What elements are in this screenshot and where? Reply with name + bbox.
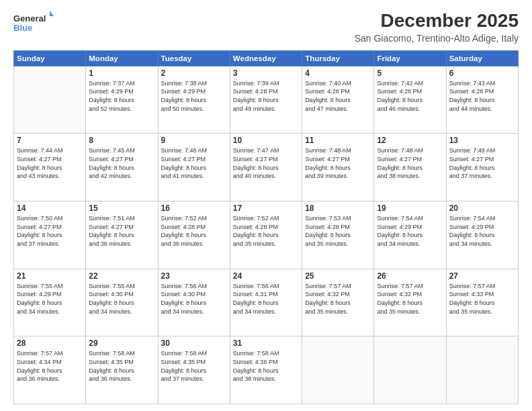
cell-info: Sunrise: 7:54 AM Sunset: 4:29 PM Dayligh…: [377, 214, 443, 248]
cell-info: Sunrise: 7:55 AM Sunset: 4:30 PM Dayligh…: [89, 282, 154, 316]
calendar-cell: 25Sunrise: 7:57 AM Sunset: 4:32 PM Dayli…: [302, 269, 374, 336]
cell-info: Sunrise: 7:57 AM Sunset: 4:32 PM Dayligh…: [377, 282, 443, 316]
cell-info: Sunrise: 7:56 AM Sunset: 4:30 PM Dayligh…: [161, 282, 227, 316]
cell-info: Sunrise: 7:47 AM Sunset: 4:27 PM Dayligh…: [233, 146, 299, 180]
day-number: 8: [89, 136, 154, 145]
day-number: 11: [305, 136, 371, 145]
calendar-cell: 13Sunrise: 7:49 AM Sunset: 4:27 PM Dayli…: [446, 134, 518, 201]
cell-info: Sunrise: 7:48 AM Sunset: 4:27 PM Dayligh…: [377, 146, 443, 180]
calendar-header-row: Sunday Monday Tuesday Wednesday Thursday…: [14, 50, 519, 66]
calendar-cell: 26Sunrise: 7:57 AM Sunset: 4:32 PM Dayli…: [374, 269, 446, 336]
day-number: 23: [161, 271, 227, 281]
calendar-table: Sunday Monday Tuesday Wednesday Thursday…: [13, 50, 519, 404]
calendar-cell: 23Sunrise: 7:56 AM Sunset: 4:30 PM Dayli…: [158, 269, 230, 336]
cell-info: Sunrise: 7:57 AM Sunset: 4:32 PM Dayligh…: [305, 282, 371, 316]
cell-info: Sunrise: 7:55 AM Sunset: 4:29 PM Dayligh…: [17, 282, 83, 316]
calendar-cell: 19Sunrise: 7:54 AM Sunset: 4:29 PM Dayli…: [374, 201, 446, 269]
calendar-cell: 5Sunrise: 7:42 AM Sunset: 4:28 PM Daylig…: [374, 66, 446, 134]
calendar-cell: 14Sunrise: 7:50 AM Sunset: 4:27 PM Dayli…: [14, 201, 86, 269]
day-number: 29: [89, 338, 154, 348]
day-number: 24: [233, 271, 299, 281]
day-number: 9: [161, 136, 227, 145]
cell-info: Sunrise: 7:43 AM Sunset: 4:28 PM Dayligh…: [449, 79, 515, 113]
cell-info: Sunrise: 7:39 AM Sunset: 4:28 PM Dayligh…: [233, 79, 299, 113]
calendar-cell: 8Sunrise: 7:45 AM Sunset: 4:27 PM Daylig…: [86, 134, 158, 201]
logo-svg: General Blue: [13, 11, 54, 38]
day-number: 15: [89, 203, 154, 213]
day-number: 13: [449, 136, 515, 145]
day-number: 1: [89, 68, 154, 78]
calendar-cell: 11Sunrise: 7:48 AM Sunset: 4:27 PM Dayli…: [302, 134, 374, 201]
day-number: 18: [305, 203, 371, 213]
week-row-3: 14Sunrise: 7:50 AM Sunset: 4:27 PM Dayli…: [14, 201, 519, 269]
calendar-cell: 7Sunrise: 7:44 AM Sunset: 4:27 PM Daylig…: [14, 134, 86, 201]
week-row-5: 28Sunrise: 7:57 AM Sunset: 4:34 PM Dayli…: [14, 336, 519, 404]
calendar-cell: [302, 336, 374, 404]
cell-info: Sunrise: 7:52 AM Sunset: 4:28 PM Dayligh…: [161, 214, 227, 248]
week-row-2: 7Sunrise: 7:44 AM Sunset: 4:27 PM Daylig…: [14, 134, 519, 201]
svg-text:General: General: [13, 13, 46, 24]
cell-info: Sunrise: 7:53 AM Sunset: 4:28 PM Dayligh…: [305, 214, 371, 248]
cell-info: Sunrise: 7:58 AM Sunset: 4:35 PM Dayligh…: [89, 349, 154, 383]
cell-info: Sunrise: 7:52 AM Sunset: 4:28 PM Dayligh…: [233, 214, 299, 248]
col-sunday: Sunday: [14, 50, 86, 66]
calendar-cell: 29Sunrise: 7:58 AM Sunset: 4:35 PM Dayli…: [86, 336, 158, 404]
logo: General Blue: [13, 11, 54, 38]
cell-info: Sunrise: 7:57 AM Sunset: 4:33 PM Dayligh…: [449, 282, 515, 316]
calendar-cell: 28Sunrise: 7:57 AM Sunset: 4:34 PM Dayli…: [14, 336, 86, 404]
day-number: 19: [377, 203, 443, 213]
calendar-cell: 4Sunrise: 7:40 AM Sunset: 4:28 PM Daylig…: [302, 66, 374, 134]
day-number: 6: [449, 68, 515, 78]
day-number: 7: [17, 136, 83, 145]
calendar-cell: 1Sunrise: 7:37 AM Sunset: 4:29 PM Daylig…: [86, 66, 158, 134]
cell-info: Sunrise: 7:38 AM Sunset: 4:29 PM Dayligh…: [161, 79, 227, 113]
day-number: 27: [449, 271, 515, 281]
day-number: 17: [233, 203, 299, 213]
calendar-cell: 21Sunrise: 7:55 AM Sunset: 4:29 PM Dayli…: [14, 269, 86, 336]
cell-info: Sunrise: 7:51 AM Sunset: 4:27 PM Dayligh…: [89, 214, 154, 248]
header: General Blue December 2025 San Giacomo, …: [13, 11, 519, 44]
day-number: 2: [161, 68, 227, 78]
calendar-cell: 17Sunrise: 7:52 AM Sunset: 4:28 PM Dayli…: [230, 201, 302, 269]
day-number: 31: [233, 338, 299, 348]
cell-info: Sunrise: 7:40 AM Sunset: 4:28 PM Dayligh…: [305, 79, 371, 113]
calendar-cell: 30Sunrise: 7:58 AM Sunset: 4:35 PM Dayli…: [158, 336, 230, 404]
calendar-cell: 31Sunrise: 7:58 AM Sunset: 4:36 PM Dayli…: [230, 336, 302, 404]
calendar-cell: 10Sunrise: 7:47 AM Sunset: 4:27 PM Dayli…: [230, 134, 302, 201]
svg-text:Blue: Blue: [13, 23, 32, 33]
cell-info: Sunrise: 7:42 AM Sunset: 4:28 PM Dayligh…: [377, 79, 443, 113]
day-number: 26: [377, 271, 443, 281]
cell-info: Sunrise: 7:58 AM Sunset: 4:36 PM Dayligh…: [233, 349, 299, 383]
col-friday: Friday: [374, 50, 446, 66]
calendar-cell: 16Sunrise: 7:52 AM Sunset: 4:28 PM Dayli…: [158, 201, 230, 269]
col-tuesday: Tuesday: [158, 50, 230, 66]
calendar-cell: 24Sunrise: 7:56 AM Sunset: 4:31 PM Dayli…: [230, 269, 302, 336]
day-number: 4: [305, 68, 371, 78]
cell-info: Sunrise: 7:45 AM Sunset: 4:27 PM Dayligh…: [89, 146, 154, 180]
calendar-cell: 3Sunrise: 7:39 AM Sunset: 4:28 PM Daylig…: [230, 66, 302, 134]
cell-info: Sunrise: 7:50 AM Sunset: 4:27 PM Dayligh…: [17, 214, 83, 248]
day-number: 22: [89, 271, 154, 281]
svg-marker-1: [50, 11, 54, 16]
cell-info: Sunrise: 7:57 AM Sunset: 4:34 PM Dayligh…: [17, 349, 83, 383]
cell-info: Sunrise: 7:46 AM Sunset: 4:27 PM Dayligh…: [161, 146, 227, 180]
calendar-cell: [14, 66, 86, 134]
col-saturday: Saturday: [446, 50, 518, 66]
calendar-cell: 12Sunrise: 7:48 AM Sunset: 4:27 PM Dayli…: [374, 134, 446, 201]
week-row-4: 21Sunrise: 7:55 AM Sunset: 4:29 PM Dayli…: [14, 269, 519, 336]
day-number: 25: [305, 271, 371, 281]
day-number: 3: [233, 68, 299, 78]
cell-info: Sunrise: 7:37 AM Sunset: 4:29 PM Dayligh…: [89, 79, 154, 113]
cell-info: Sunrise: 7:56 AM Sunset: 4:31 PM Dayligh…: [233, 282, 299, 316]
day-number: 30: [161, 338, 227, 348]
calendar-cell: 15Sunrise: 7:51 AM Sunset: 4:27 PM Dayli…: [86, 201, 158, 269]
day-number: 20: [449, 203, 515, 213]
day-number: 28: [17, 338, 83, 348]
page: General Blue December 2025 San Giacomo, …: [0, 0, 532, 411]
day-number: 12: [377, 136, 443, 145]
day-number: 10: [233, 136, 299, 145]
calendar-cell: [374, 336, 446, 404]
calendar-cell: 18Sunrise: 7:53 AM Sunset: 4:28 PM Dayli…: [302, 201, 374, 269]
col-monday: Monday: [86, 50, 158, 66]
day-number: 5: [377, 68, 443, 78]
